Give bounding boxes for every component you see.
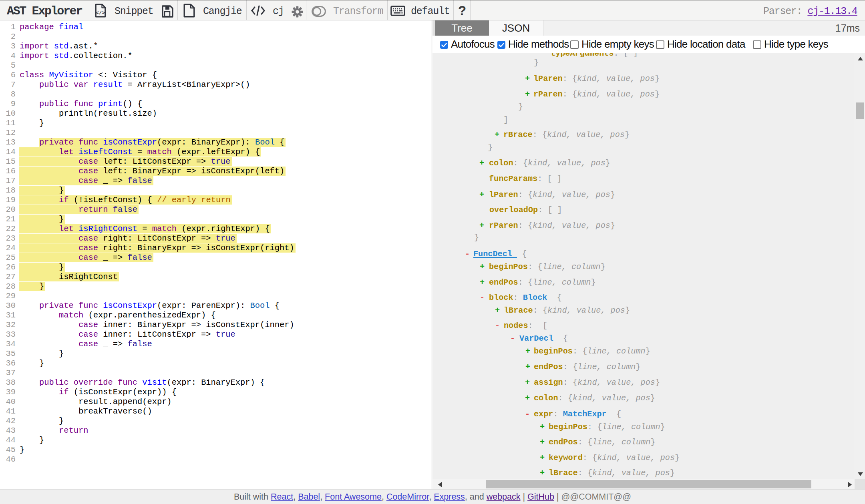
svg-text:</>: </> — [96, 10, 105, 16]
